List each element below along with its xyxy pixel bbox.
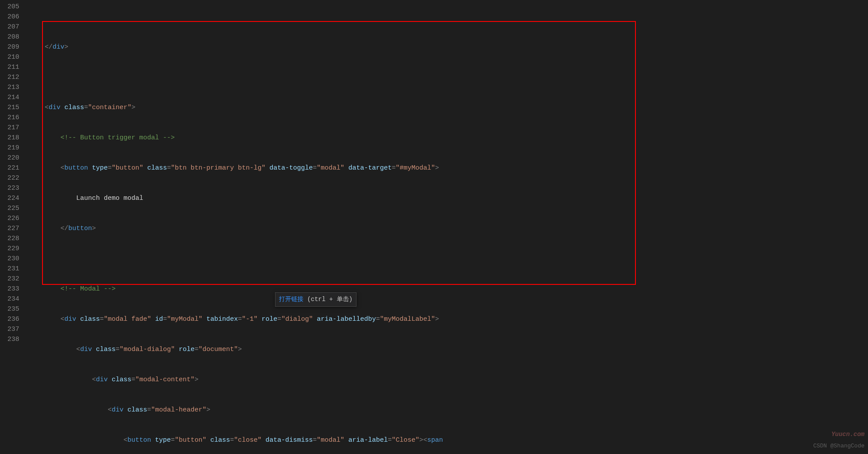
line-number: 220 (0, 153, 19, 163)
line-number: 225 (0, 203, 19, 213)
line-number: 211 (0, 62, 19, 72)
line-number: 223 (0, 183, 19, 193)
line-number: 221 (0, 163, 19, 173)
line-number: 210 (0, 52, 19, 62)
line-number: 218 (0, 133, 19, 143)
line-number: 237 (0, 324, 19, 334)
line-number: 205 (0, 2, 19, 12)
watermark-top: Yuucn.com (831, 429, 864, 440)
line-number: 214 (0, 92, 19, 103)
line-number: 219 (0, 143, 19, 153)
line-number: 236 (0, 314, 19, 324)
line-number: 215 (0, 103, 19, 113)
line-number: 232 (0, 274, 19, 284)
line-number: 233 (0, 284, 19, 294)
line-number: 229 (0, 244, 19, 254)
selection-box (42, 21, 636, 285)
line-number: 226 (0, 213, 19, 223)
code-editor[interactable]: 2052062072082092102112122132142152162172… (0, 0, 868, 454)
line-number: 227 (0, 223, 19, 234)
line-number: 224 (0, 193, 19, 203)
line-number: 207 (0, 22, 19, 32)
line-number: 230 (0, 254, 19, 264)
line-number: 231 (0, 264, 19, 274)
code-area[interactable]: </div> <div class="container"> <!-- Butt… (29, 0, 443, 454)
line-number: 212 (0, 72, 19, 82)
link-hover-tooltip: 打开链接 (ctrl + 单击) (275, 292, 356, 307)
line-number: 234 (0, 294, 19, 304)
line-number: 206 (0, 12, 19, 22)
line-number: 208 (0, 32, 19, 42)
line-number: 216 (0, 113, 19, 123)
line-gutter: 2052062072082092102112122132142152162172… (0, 0, 29, 454)
line-number: 222 (0, 173, 19, 183)
line-number: 209 (0, 42, 19, 52)
line-number: 228 (0, 234, 19, 244)
line-number: 238 (0, 334, 19, 344)
line-number: 235 (0, 304, 19, 314)
line-number: 213 (0, 82, 19, 92)
line-number: 217 (0, 123, 19, 133)
watermark-bottom: CSDN @ShangCode (813, 441, 864, 451)
